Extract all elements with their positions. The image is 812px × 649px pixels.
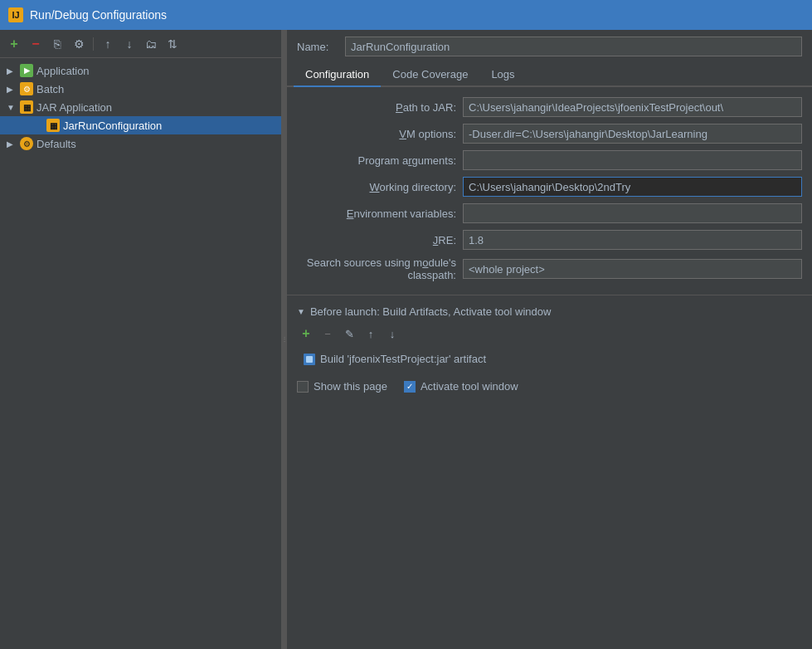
before-launch-header: ▼ Before launch: Build Artifacts, Activa… bbox=[297, 305, 802, 318]
tab-configuration[interactable]: Configuration bbox=[294, 63, 381, 87]
jre-label: JRE: bbox=[297, 234, 463, 246]
program-args-label: Program arguments: bbox=[297, 154, 463, 167]
env-vars-label: Environment variables: bbox=[297, 207, 463, 220]
working-dir-label: Working directory: bbox=[297, 181, 463, 193]
artifact-icon bbox=[304, 354, 315, 365]
name-row: Name: bbox=[287, 30, 812, 63]
expand-arrow-application: ▶ bbox=[7, 66, 17, 76]
configuration-tree: ▶ ▶ Application ▶ ⚙ Batch ▼ ▦ JAR Applic… bbox=[0, 58, 281, 649]
jre-input[interactable] bbox=[463, 230, 802, 250]
artifact-icon-inner bbox=[306, 356, 313, 363]
activate-tool-window-label: Activate tool window bbox=[421, 380, 518, 393]
move-up-button[interactable]: ↑ bbox=[99, 35, 117, 53]
sort-button[interactable]: ⇅ bbox=[163, 35, 182, 53]
add-button[interactable]: + bbox=[5, 35, 23, 53]
name-field-label: Name: bbox=[297, 41, 338, 53]
separator-1 bbox=[93, 37, 94, 51]
activate-tool-window-group: Activate tool window bbox=[404, 380, 518, 393]
before-launch-arrow[interactable]: ▼ bbox=[297, 307, 305, 316]
defaults-icon: ⚙ bbox=[20, 137, 33, 150]
path-to-jar-input[interactable] bbox=[463, 97, 802, 117]
show-this-page-label: Show this page bbox=[314, 380, 387, 393]
application-label: Application bbox=[36, 65, 90, 77]
jar-application-label: JAR Application bbox=[36, 101, 112, 114]
config-fields-grid: Path to JAR: VM options: Program argumen… bbox=[287, 87, 812, 281]
name-input[interactable] bbox=[345, 37, 802, 56]
config-content: Path to JAR: VM options: Program argumen… bbox=[287, 87, 812, 649]
settings-button[interactable]: ⚙ bbox=[70, 35, 88, 53]
expand-arrow-jar: ▼ bbox=[7, 103, 17, 112]
tree-item-defaults[interactable]: ▶ ⚙ Defaults bbox=[0, 134, 281, 153]
main-container: + − ⎘ ⚙ ↑ ↓ 🗂 ⇅ ▶ ▶ Application ▶ ⚙ Batc… bbox=[0, 30, 812, 649]
defaults-label: Defaults bbox=[36, 138, 76, 150]
tabs-row: Configuration Code Coverage Logs bbox=[287, 63, 812, 87]
left-panel: + − ⎘ ⚙ ↑ ↓ 🗂 ⇅ ▶ ▶ Application ▶ ⚙ Batc… bbox=[0, 30, 282, 649]
working-dir-input[interactable] bbox=[463, 177, 802, 197]
dialog-title: Run/Debug Configurations bbox=[30, 8, 167, 22]
tree-item-jar-application[interactable]: ▼ ▦ JAR Application bbox=[0, 98, 281, 116]
application-icon: ▶ bbox=[20, 64, 33, 77]
folder-button[interactable]: 🗂 bbox=[142, 35, 160, 53]
vm-options-label: VM options: bbox=[297, 128, 463, 140]
move-down-button[interactable]: ↓ bbox=[120, 35, 139, 53]
before-launch-add-button[interactable]: + bbox=[297, 324, 315, 343]
before-launch-section: ▼ Before launch: Build Artifacts, Activa… bbox=[287, 295, 812, 368]
search-sources-label: Search sources using module's classpath: bbox=[297, 256, 463, 281]
tree-item-jar-run-config[interactable]: ▶ ▦ JarRunConfiguration bbox=[0, 116, 281, 134]
search-sources-input[interactable] bbox=[463, 259, 802, 279]
show-this-page-checkbox[interactable] bbox=[297, 381, 309, 393]
bottom-section: Show this page Activate tool window bbox=[287, 368, 812, 404]
program-args-input[interactable] bbox=[463, 150, 802, 170]
tab-logs[interactable]: Logs bbox=[479, 63, 526, 87]
app-icon: IJ bbox=[8, 7, 23, 22]
show-this-page-group: Show this page bbox=[297, 380, 387, 393]
tree-item-application[interactable]: ▶ ▶ Application bbox=[0, 61, 281, 80]
before-launch-remove-button[interactable]: − bbox=[318, 324, 337, 343]
expand-arrow-batch: ▶ bbox=[7, 85, 17, 94]
jar-run-config-label: JarRunConfiguration bbox=[63, 120, 162, 132]
expand-arrow-defaults: ▶ bbox=[7, 139, 17, 149]
tab-code-coverage[interactable]: Code Coverage bbox=[381, 63, 479, 87]
batch-label: Batch bbox=[36, 83, 64, 95]
before-launch-up-button[interactable]: ↑ bbox=[362, 324, 380, 343]
before-launch-down-button[interactable]: ↓ bbox=[383, 324, 401, 343]
path-to-jar-label: Path to JAR: bbox=[297, 101, 463, 114]
before-launch-edit-button[interactable]: ✎ bbox=[340, 324, 358, 343]
copy-button[interactable]: ⎘ bbox=[48, 35, 66, 53]
jar-run-config-icon: ▦ bbox=[46, 119, 60, 132]
before-launch-toolbar: + − ✎ ↑ ↓ bbox=[297, 324, 802, 343]
vm-options-input[interactable] bbox=[463, 124, 802, 144]
tree-item-batch[interactable]: ▶ ⚙ Batch bbox=[0, 80, 281, 98]
env-vars-input[interactable] bbox=[463, 203, 802, 223]
artifact-list-item: Build 'jfoenixTestProject:jar' artifact bbox=[297, 349, 802, 368]
remove-button[interactable]: − bbox=[27, 35, 45, 53]
jar-application-icon: ▦ bbox=[20, 100, 33, 114]
batch-icon: ⚙ bbox=[20, 82, 33, 95]
right-panel: Name: Configuration Code Coverage Logs P… bbox=[287, 30, 812, 649]
before-launch-title: Before launch: Build Artifacts, Activate… bbox=[310, 305, 552, 318]
title-bar: IJ Run/Debug Configurations bbox=[0, 0, 812, 30]
activate-tool-window-checkbox[interactable] bbox=[404, 381, 416, 393]
left-toolbar: + − ⎘ ⚙ ↑ ↓ 🗂 ⇅ bbox=[0, 30, 281, 58]
artifact-label: Build 'jfoenixTestProject:jar' artifact bbox=[320, 353, 486, 365]
